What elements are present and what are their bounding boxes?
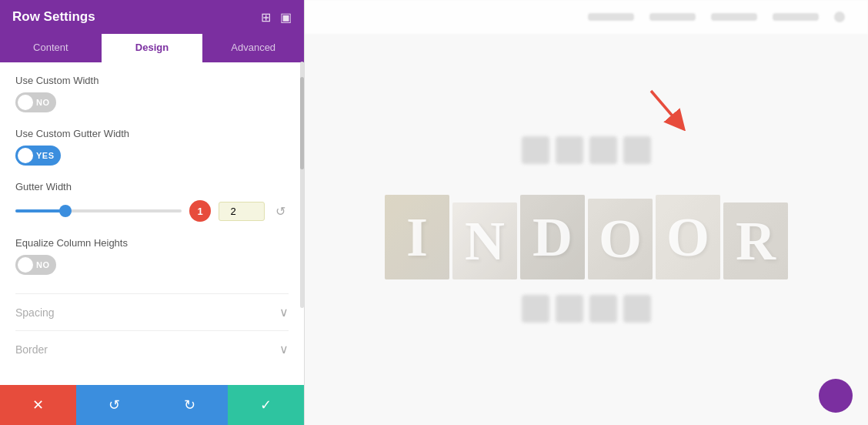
toggle-knob-equalize <box>18 257 33 273</box>
undo-button[interactable]: ↺ <box>76 385 152 425</box>
panel-tabs: Content Design Advanced <box>0 34 304 62</box>
icon-1 <box>522 136 549 164</box>
nav-item-4 <box>773 13 819 21</box>
letter-block-O1: O <box>588 199 653 279</box>
slider-thumb[interactable] <box>59 205 72 217</box>
cancel-button[interactable]: ✕ <box>0 385 76 425</box>
nav-item-3 <box>711 13 757 21</box>
custom-width-toggle[interactable]: NO <box>15 92 56 112</box>
spacing-chevron-icon: ∨ <box>279 305 289 320</box>
nav-icon <box>834 12 845 22</box>
custom-gutter-label: Use Custom Gutter Width <box>15 128 289 139</box>
custom-gutter-section: Use Custom Gutter Width YES <box>15 128 289 166</box>
custom-gutter-toggle[interactable]: YES <box>15 146 61 166</box>
preview-panel: I N D O O R <box>305 0 868 425</box>
panel-header-icons: ⊞ ▣ <box>261 10 292 25</box>
spacing-collapse-header[interactable]: Spacing ∨ <box>15 305 289 320</box>
save-button[interactable]: ✓ <box>228 385 304 425</box>
equalize-toggle-label: NO <box>36 260 50 269</box>
icon-6 <box>556 295 583 323</box>
nav-item-2 <box>649 13 696 21</box>
border-collapse-header[interactable]: Border ∨ <box>15 342 289 356</box>
letter-block-O2: O <box>656 195 720 279</box>
top-nav <box>305 0 868 34</box>
toggle-knob-gutter <box>18 148 33 163</box>
custom-width-section: Use Custom Width NO <box>15 75 289 112</box>
panel-footer: ✕ ↺ ↻ ✓ <box>0 385 304 425</box>
equalize-label: Equalize Column Heights <box>15 237 289 249</box>
icon-5 <box>522 295 549 323</box>
annotation-arrow <box>643 85 689 131</box>
tab-content[interactable]: Content <box>0 34 102 62</box>
letter-block-I: I <box>385 195 449 279</box>
reset-gutter-button[interactable]: ↺ <box>272 202 289 220</box>
panel-title: Row Settings <box>12 9 95 25</box>
toggle-knob <box>18 95 33 110</box>
slider-fill <box>15 209 65 212</box>
tab-design[interactable]: Design <box>102 34 203 62</box>
custom-gutter-toggle-wrap: YES <box>15 146 289 166</box>
scrollbar[interactable] <box>300 62 304 308</box>
letter-block-R: R <box>723 202 788 279</box>
icon-8 <box>623 295 651 323</box>
border-section: Border ∨ <box>15 330 289 367</box>
redo-button[interactable]: ↻ <box>152 385 229 425</box>
top-icon-grid <box>522 136 651 164</box>
custom-gutter-toggle-label: YES <box>36 151 55 160</box>
border-label: Border <box>15 343 48 356</box>
gutter-slider-track[interactable] <box>15 209 182 212</box>
custom-width-toggle-wrap: NO <box>15 92 289 112</box>
custom-width-label: Use Custom Width <box>15 75 289 86</box>
spacing-label: Spacing <box>15 306 55 319</box>
expand-icon[interactable]: ⊞ <box>261 10 271 25</box>
gutter-input[interactable] <box>219 202 247 220</box>
gutter-input-wrap <box>219 202 265 221</box>
bottom-icon-grid <box>522 295 651 323</box>
fab-button[interactable] <box>819 379 853 413</box>
gutter-badge: 1 <box>189 200 211 222</box>
icon-2 <box>556 136 583 164</box>
scroll-thumb <box>300 77 304 169</box>
border-chevron-icon: ∨ <box>279 342 289 356</box>
layout-icon[interactable]: ▣ <box>280 10 292 25</box>
icon-7 <box>589 295 617 323</box>
equalize-section: Equalize Column Heights NO <box>15 237 289 275</box>
custom-width-toggle-label: NO <box>36 98 50 107</box>
panel-body: Use Custom Width NO Use Custom Gutter Wi… <box>0 62 304 385</box>
icon-3 <box>589 136 617 164</box>
tab-advanced[interactable]: Advanced <box>202 34 304 62</box>
icon-4 <box>623 136 651 164</box>
letter-blocks: I N D O O R <box>385 195 788 279</box>
svg-line-1 <box>651 91 679 123</box>
spacing-section: Spacing ∨ <box>15 293 289 330</box>
gutter-width-section: Gutter Width 1 ↺ <box>15 181 289 222</box>
preview-content: I N D O O R <box>305 136 868 323</box>
letter-block-N: N <box>452 202 517 279</box>
gutter-width-label: Gutter Width <box>15 181 289 192</box>
settings-panel: Row Settings ⊞ ▣ Content Design Advanced… <box>0 0 305 425</box>
letter-block-D: D <box>520 195 585 279</box>
nav-item-1 <box>588 13 634 21</box>
gutter-controls: 1 ↺ <box>15 200 289 222</box>
equalize-toggle-wrap: NO <box>15 255 289 275</box>
equalize-toggle[interactable]: NO <box>15 255 56 275</box>
panel-header: Row Settings ⊞ ▣ <box>0 0 304 34</box>
